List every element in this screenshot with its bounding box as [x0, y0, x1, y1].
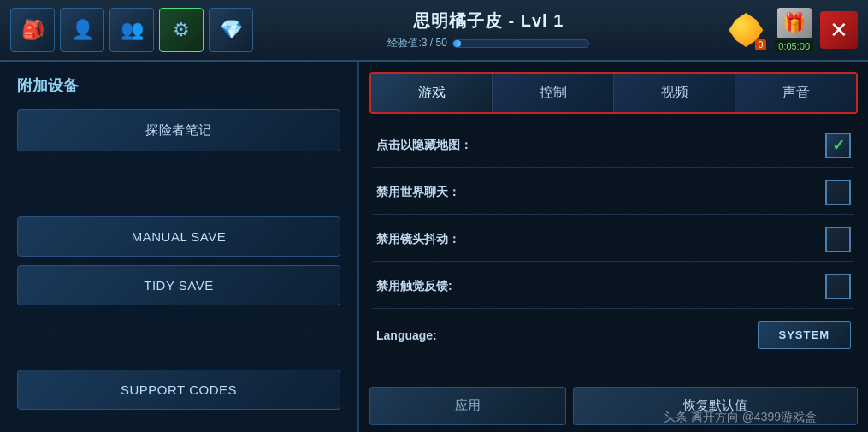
- nav-settings-button[interactable]: ⚙: [159, 8, 204, 52]
- panel-title: 附加设备: [17, 75, 340, 96]
- exp-bar-container: 经验值:3 / 50: [387, 36, 588, 50]
- support-codes-button[interactable]: SUPPORT CODES: [17, 370, 340, 410]
- hide-map-row: 点击以隐藏地图：: [373, 124, 854, 168]
- tabs-row: 游戏 控制 视频 声音: [369, 72, 858, 114]
- disable-camera-checkbox[interactable]: [825, 227, 851, 252]
- title-area: 思明橘子皮 - Lvl 1 经验值:3 / 50: [253, 9, 723, 50]
- tab-control[interactable]: 控制: [493, 74, 614, 112]
- close-button[interactable]: ✕: [820, 11, 858, 49]
- disable-camera-row: 禁用镜头抖动：: [373, 218, 854, 262]
- disable-haptic-label: 禁用触觉反馈:: [376, 279, 452, 294]
- tab-audio[interactable]: 声音: [735, 74, 856, 112]
- main-title: 思明橘子皮 - Lvl 1: [413, 9, 564, 33]
- tab-game[interactable]: 游戏: [371, 74, 493, 112]
- manual-save-button[interactable]: MANUAL SAVE: [17, 216, 340, 257]
- disable-chat-checkbox[interactable]: [825, 180, 851, 205]
- disable-chat-row: 禁用世界聊天：: [373, 171, 854, 215]
- gift-icon-container[interactable]: 🎁 0:05:00: [775, 8, 813, 52]
- disable-camera-label: 禁用镜头抖动：: [376, 232, 460, 247]
- top-right-icons: 0 🎁 0:05:00 ✕: [723, 8, 858, 52]
- nav-users-button[interactable]: 👥: [109, 8, 154, 52]
- main-content: 附加设备 探险者笔记 MANUAL SAVE TIDY SAVE SUPPORT…: [0, 62, 868, 432]
- watermark: 头条 离开方向 @4399游戏盒: [664, 410, 817, 425]
- hide-map-checkbox[interactable]: [825, 133, 851, 158]
- nav-icons: 🎒 👤 👥 ⚙ 💎: [10, 8, 253, 52]
- nav-user-button[interactable]: 👤: [60, 8, 104, 52]
- settings-content: 点击以隐藏地图： 禁用世界聊天： 禁用镜头抖动： 禁用触觉反馈: Languag…: [359, 114, 868, 380]
- disable-haptic-checkbox[interactable]: [825, 274, 851, 299]
- hide-map-label: 点击以隐藏地图：: [376, 138, 472, 153]
- nav-gem-button[interactable]: 💎: [209, 8, 253, 52]
- disable-haptic-row: 禁用触觉反馈:: [373, 265, 854, 309]
- left-panel: 附加设备 探险者笔记 MANUAL SAVE TIDY SAVE SUPPORT…: [0, 62, 359, 432]
- tidy-save-button[interactable]: TIDY SAVE: [17, 265, 340, 305]
- exp-fill: [453, 40, 461, 47]
- tab-video[interactable]: 视频: [614, 74, 735, 112]
- right-panel: 游戏 控制 视频 声音 点击以隐藏地图： 禁用世界聊天：: [359, 62, 868, 432]
- gold-count: 0: [755, 39, 767, 50]
- explorer-notes-button[interactable]: 探险者笔记: [17, 109, 340, 151]
- exp-label: 经验值:3 / 50: [387, 36, 446, 50]
- language-label: Language:: [376, 328, 437, 342]
- language-button[interactable]: SYSTEM: [758, 321, 851, 349]
- gift-box: 🎁: [777, 8, 812, 38]
- top-bar: 🎒 👤 👥 ⚙ 💎 思明橘子皮 - Lvl 1 经验值:3 / 50 0 🎁 0…: [0, 0, 868, 62]
- nav-backpack-button[interactable]: 🎒: [10, 8, 55, 52]
- gold-icon[interactable]: 0: [723, 8, 768, 52]
- exp-bar: [452, 39, 589, 48]
- language-row: Language: SYSTEM: [373, 312, 854, 358]
- disable-chat-label: 禁用世界聊天：: [376, 185, 460, 200]
- gift-timer: 0:05:00: [775, 40, 813, 52]
- apply-button[interactable]: 应用: [369, 387, 566, 425]
